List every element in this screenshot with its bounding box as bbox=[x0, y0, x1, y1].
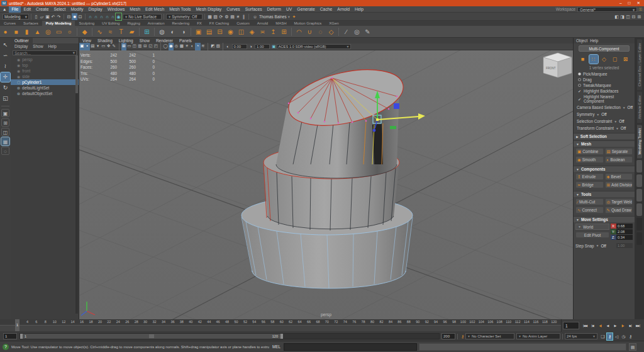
playback-end-handle[interactable] bbox=[280, 334, 283, 339]
image-plane-icon[interactable]: ▭ bbox=[101, 43, 106, 51]
menu-item[interactable]: Mesh Tools bbox=[167, 6, 193, 13]
layout-zoom[interactable]: ◌ bbox=[1, 147, 9, 155]
mesh-op-button[interactable]: ▣ Combine bbox=[575, 148, 604, 155]
tools-section-header[interactable]: ▼Tools bbox=[574, 191, 635, 197]
resolution-gate-icon[interactable]: ◫ bbox=[132, 43, 138, 51]
gamma-icon[interactable]: ◑ bbox=[248, 43, 254, 50]
gate-mask-icon[interactable]: ▥ bbox=[137, 43, 143, 51]
extract-icon[interactable]: ⊟ bbox=[214, 27, 225, 37]
menu-item[interactable]: Arnold bbox=[335, 6, 352, 13]
tool-button[interactable]: ∕ Multi-Cut bbox=[575, 198, 604, 205]
shelf-tab[interactable]: Sculpting bbox=[75, 21, 98, 26]
fps-select[interactable]: 24 fps▼ bbox=[565, 333, 597, 339]
grab-icon[interactable]: ◌ bbox=[315, 27, 326, 37]
tool-button[interactable]: ✎ Quad Draw bbox=[605, 207, 633, 213]
symmetry-field[interactable]: ▾ Symmetry: Off bbox=[166, 14, 203, 20]
menu-item[interactable]: Cache bbox=[318, 6, 335, 13]
outliner-item[interactable]: ⊛ defaultObjectSet bbox=[11, 91, 79, 96]
mute-comment-icon[interactable]: ❑ bbox=[600, 333, 606, 340]
boolean-difference-icon[interactable]: ◐ bbox=[167, 27, 178, 37]
pause-viewport-icon[interactable]: ∥ bbox=[241, 13, 247, 20]
time-slider-track[interactable]: 2468101214161820222426283032343638404244… bbox=[0, 319, 562, 332]
character-set-select[interactable]: ▼No Character Set bbox=[465, 333, 514, 339]
outliner-menu-item[interactable]: Help bbox=[47, 44, 58, 48]
shelf-tab[interactable]: FX Caching bbox=[206, 21, 233, 26]
redo-icon[interactable]: ↷ bbox=[56, 13, 62, 20]
motion-blur-icon[interactable]: ≋ bbox=[201, 43, 206, 51]
menu-set-select[interactable]: Modeling ▾ bbox=[3, 14, 29, 20]
lock-camera-icon[interactable]: ▪ bbox=[85, 43, 91, 51]
select-hierarchy-icon[interactable]: ⊟ bbox=[66, 13, 72, 20]
isolate-select-icon[interactable]: ◩ bbox=[210, 43, 216, 51]
sidebar-tab[interactable]: Attribute Editor bbox=[637, 91, 642, 123]
play-backwards-button[interactable]: ◀ bbox=[604, 322, 611, 329]
help-icon[interactable]: ? bbox=[3, 344, 9, 350]
bookmarks-icon[interactable]: ▾ bbox=[96, 43, 101, 51]
multi-cut-icon[interactable]: ∕ bbox=[341, 27, 352, 37]
shelf-tab[interactable]: MASH bbox=[272, 21, 290, 26]
layout-persp-outliner[interactable]: ◫ bbox=[1, 128, 9, 136]
curve-warp-icon[interactable]: ≈ bbox=[105, 27, 116, 37]
extrude-icon[interactable]: ↥ bbox=[268, 27, 279, 37]
menu-item[interactable]: Deform bbox=[265, 6, 284, 13]
platonic-solid-icon[interactable]: ◆ bbox=[79, 27, 90, 37]
component-op-button[interactable]: ⊞ Add Divisions bbox=[605, 181, 633, 188]
color-managed-icon[interactable]: ▣ bbox=[271, 43, 277, 50]
mesh-op-button[interactable]: ◐ Boolean bbox=[605, 156, 633, 163]
workspace-reset-icon[interactable]: ⊞ bbox=[636, 13, 642, 20]
field-chart-icon[interactable]: ⊟ bbox=[143, 43, 148, 51]
sidebar-button[interactable] bbox=[636, 218, 642, 230]
edge-mode-icon[interactable]: ◇ bbox=[600, 55, 609, 64]
shelf-tab[interactable]: Motion Graphics bbox=[291, 21, 326, 26]
pinch-icon[interactable]: ◇ bbox=[326, 27, 336, 37]
svg-tool-icon[interactable]: ▰ bbox=[126, 27, 137, 37]
menu-item[interactable]: Help bbox=[352, 6, 366, 13]
play-forwards-button[interactable]: ▶ bbox=[611, 322, 619, 329]
select-object-icon[interactable]: ■ bbox=[72, 13, 77, 20]
sidebar-button[interactable] bbox=[636, 174, 642, 187]
snap-projected-center-icon[interactable]: ∩ bbox=[104, 13, 110, 20]
poly-cylinder-icon[interactable]: ▮ bbox=[21, 27, 32, 37]
menu-item[interactable]: Generate bbox=[294, 6, 317, 13]
menu-item[interactable]: Windows bbox=[105, 6, 128, 13]
render-current-frame-icon[interactable]: ▨ bbox=[213, 13, 218, 20]
anim-end-field[interactable]: 200 bbox=[441, 333, 455, 339]
outliner-scrollbar[interactable] bbox=[75, 55, 78, 314]
shelf-tab[interactable]: XGen bbox=[325, 21, 342, 26]
quad-draw-icon[interactable]: ✎ bbox=[362, 27, 373, 37]
shelf-tab[interactable]: Custom bbox=[233, 21, 253, 26]
workspace-persp-toggle-icon[interactable]: ◨ bbox=[619, 13, 625, 20]
poly-cube-icon[interactable]: ■ bbox=[11, 27, 21, 37]
lasso-tool[interactable]: ∽ bbox=[1, 51, 10, 60]
sidebar-button[interactable] bbox=[636, 189, 642, 202]
menu-item[interactable]: Edit Mesh bbox=[143, 6, 167, 13]
shelf-tab[interactable]: Surfaces bbox=[19, 21, 42, 26]
menu-item[interactable]: Surfaces bbox=[243, 6, 265, 13]
wireframe-icon[interactable]: ◯ bbox=[163, 43, 169, 51]
mesh-section-header[interactable]: ▼Mesh bbox=[574, 140, 635, 147]
paint-selection-tool[interactable]: ≀ bbox=[1, 62, 10, 71]
layout-custom[interactable]: ▦ bbox=[1, 137, 9, 145]
add-divisions-icon[interactable]: ⊞ bbox=[279, 27, 289, 37]
2d-pan-zoom-icon[interactable]: ✥ bbox=[106, 43, 112, 51]
anim-layer-select[interactable]: ▼No Anim Layer bbox=[516, 333, 560, 339]
outliner-item[interactable]: ◉ top bbox=[11, 62, 79, 68]
constraint-dropdown[interactable]: Symmetry ▼ Off bbox=[574, 111, 635, 118]
set-key-icon[interactable]: ⚷ bbox=[628, 333, 633, 340]
hypershade-icon[interactable]: ▤ bbox=[230, 13, 235, 20]
maya-menu-icon[interactable]: ▲ bbox=[0, 7, 9, 11]
constraint-dropdown[interactable]: Camera Based Selection ▼ Off bbox=[574, 104, 635, 111]
sidebar-button[interactable] bbox=[636, 160, 642, 173]
occlusion-icon[interactable]: ◔ bbox=[195, 43, 201, 51]
components-section-header[interactable]: ▼Components bbox=[574, 166, 635, 172]
mesh-op-button[interactable]: ▤ Separate bbox=[605, 148, 633, 155]
separate-icon[interactable]: ▤ bbox=[204, 27, 214, 37]
highlight-checkbox[interactable]: ✓ Highlight Backfaces bbox=[574, 88, 635, 94]
workspace-outliner-toggle-icon[interactable]: ◧ bbox=[614, 13, 619, 20]
light-editor-icon[interactable]: ☀ bbox=[235, 13, 241, 20]
poly-sphere-icon[interactable]: ● bbox=[0, 27, 11, 37]
shelf-tab[interactable]: UV Editing bbox=[98, 21, 123, 26]
character-set-key-icon[interactable]: ⚷ bbox=[460, 333, 465, 340]
boolean-union-icon[interactable]: ◍ bbox=[157, 27, 167, 37]
outliner-menu-item[interactable]: Show bbox=[31, 44, 45, 48]
